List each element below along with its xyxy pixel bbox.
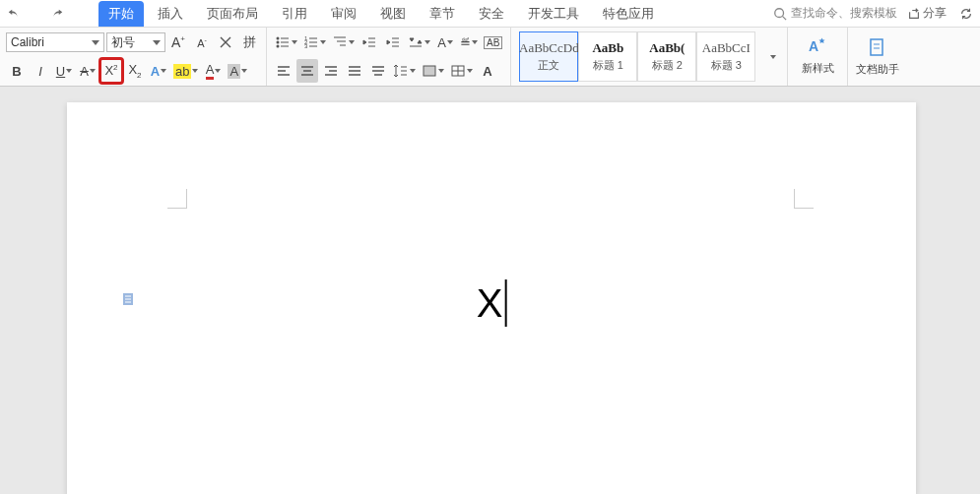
text-caret	[504, 279, 506, 327]
chevron-down-icon	[92, 40, 99, 45]
svg-line-1	[783, 16, 787, 20]
styles-more-icon[interactable]	[761, 30, 783, 84]
multilevel-button[interactable]	[330, 31, 357, 54]
svg-point-2	[277, 37, 280, 40]
new-style-group: A 新样式	[788, 28, 848, 86]
tab-references[interactable]: 引用	[272, 1, 317, 27]
redo-icon[interactable]	[47, 4, 67, 24]
tab-page-layout[interactable]: 页面布局	[197, 1, 268, 27]
search-command[interactable]: 查找命令、搜索模板	[773, 5, 897, 22]
svg-rect-32	[424, 66, 435, 76]
ab-tool-button[interactable]: AB	[482, 31, 504, 54]
increase-indent-button[interactable]	[382, 31, 404, 54]
align-right-button[interactable]	[320, 59, 342, 83]
font-group: Calibri 初号 A+ A- 拼 B I U A X2 X2 A ab A …	[0, 28, 267, 86]
tab-special-apps[interactable]: 特色应用	[593, 1, 664, 27]
tab-view[interactable]: 视图	[370, 1, 416, 27]
share-button[interactable]: 分享	[907, 5, 947, 22]
margin-marker-tr	[794, 189, 814, 209]
shrink-font-button[interactable]: A-	[191, 31, 213, 54]
styles-group: AaBbCcDd 正文 AaBb 标题 1 AaBb( 标题 2 AaBbCcI…	[511, 28, 788, 86]
search-placeholder: 查找命令、搜索模板	[791, 5, 897, 22]
chevron-down-icon	[153, 40, 161, 45]
tab-chapter[interactable]: 章节	[420, 1, 465, 27]
document-page[interactable]: X	[67, 102, 916, 494]
font-color-button[interactable]: A	[202, 59, 224, 83]
tab-dev-tools[interactable]: 开发工具	[518, 1, 589, 27]
text-direction-button[interactable]	[406, 31, 432, 54]
ribbon-tabs: 开始 插入 页面布局 引用 审阅 视图 章节 安全 开发工具 特色应用	[98, 1, 664, 27]
text-tools-a-button[interactable]: A	[477, 59, 498, 83]
quick-access-toolbar	[4, 4, 89, 24]
undo-dropdown-icon[interactable]	[26, 4, 45, 24]
tab-start[interactable]: 开始	[98, 1, 144, 27]
bold-button[interactable]: B	[6, 59, 28, 83]
tab-insert[interactable]: 插入	[148, 1, 193, 27]
decrease-indent-button[interactable]	[359, 31, 380, 54]
sync-icon[interactable]	[956, 4, 976, 24]
style-heading3[interactable]: AaBbCcI 标题 3	[696, 31, 755, 82]
phonetic-guide-button[interactable]: 拼	[238, 31, 260, 54]
grow-font-button[interactable]: A+	[167, 31, 189, 54]
borders-button[interactable]	[448, 59, 475, 83]
strikethrough-button[interactable]: A	[77, 59, 98, 83]
workspace: X	[0, 87, 980, 494]
italic-button[interactable]: I	[30, 59, 51, 83]
new-style-icon: A	[806, 35, 829, 59]
sort-button[interactable]: A	[434, 31, 456, 54]
paragraph-group: 123 A ≝ AB A	[267, 28, 511, 86]
numbering-button[interactable]: 123	[301, 31, 328, 54]
document-text[interactable]: X	[477, 279, 507, 327]
paragraph-layout-icon[interactable]	[121, 291, 139, 307]
doc-assistant-button[interactable]: 文档助手	[854, 30, 901, 84]
text-effect-button[interactable]: A	[148, 59, 169, 83]
redo-dropdown-icon[interactable]	[69, 4, 89, 24]
char-shading-button[interactable]: A	[226, 59, 249, 83]
doc-assistant-icon	[866, 36, 889, 60]
font-name-combo[interactable]: Calibri	[6, 32, 104, 52]
subscript-button[interactable]: X2	[124, 59, 146, 83]
share-icon	[907, 7, 921, 21]
align-center-button[interactable]	[296, 59, 318, 83]
style-normal[interactable]: AaBbCcDd 正文	[519, 31, 578, 82]
svg-point-6	[277, 45, 280, 48]
tab-review[interactable]: 审阅	[321, 1, 366, 27]
svg-rect-37	[871, 39, 882, 55]
line-spacing-button[interactable]	[391, 59, 418, 83]
new-style-button[interactable]: A 新样式	[794, 30, 841, 84]
shading-button[interactable]	[420, 59, 446, 83]
svg-point-0	[775, 8, 784, 17]
doc-assistant-group: 文档助手	[848, 28, 907, 86]
style-heading1[interactable]: AaBb 标题 1	[578, 31, 637, 82]
clear-format-button[interactable]	[215, 31, 236, 54]
font-size-combo[interactable]: 初号	[106, 32, 165, 52]
underline-button[interactable]: U	[53, 59, 75, 83]
search-icon	[773, 7, 787, 21]
bullets-button[interactable]	[273, 31, 299, 54]
align-justify-button[interactable]	[344, 59, 365, 83]
highlight-button[interactable]: ab	[171, 59, 200, 83]
ribbon: Calibri 初号 A+ A- 拼 B I U A X2 X2 A ab A …	[0, 28, 980, 87]
svg-point-4	[277, 41, 280, 44]
style-heading2[interactable]: AaBb( 标题 2	[637, 31, 696, 82]
align-distribute-button[interactable]	[367, 59, 389, 83]
margin-marker-tl	[167, 189, 187, 209]
align-left-button[interactable]	[273, 59, 294, 83]
show-marks-button[interactable]: ≝	[458, 31, 480, 54]
svg-text:3: 3	[304, 43, 308, 49]
svg-text:A: A	[809, 38, 818, 54]
tab-security[interactable]: 安全	[469, 1, 514, 27]
superscript-button[interactable]: X2	[100, 59, 122, 83]
undo-icon[interactable]	[4, 4, 24, 24]
